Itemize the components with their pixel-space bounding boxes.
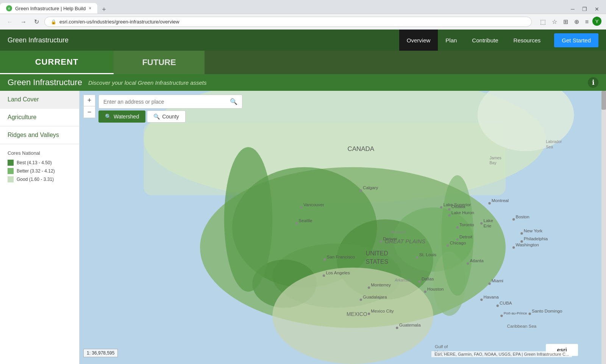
svg-text:Lake Superior: Lake Superior [443, 202, 471, 207]
county-label: County [162, 114, 179, 120]
legend-swatch-good [8, 176, 14, 182]
legend-label-good: Good (1.60 - 3.31) [17, 177, 54, 182]
url-text: esri.com/en-us/industries/green-infrastr… [59, 19, 179, 25]
svg-text:Arkansas: Arkansas [394, 278, 412, 282]
back-button[interactable]: ← [5, 17, 15, 27]
svg-text:Atlanta: Atlanta [470, 258, 484, 263]
close-window-button[interactable]: ✕ [591, 5, 603, 14]
svg-point-32 [512, 218, 515, 221]
tab-close-button[interactable]: × [89, 6, 91, 11]
nav-links: Overview Plan Contribute Resources Get S… [399, 30, 598, 51]
svg-point-79 [500, 314, 503, 317]
svg-point-22 [300, 206, 302, 208]
svg-text:St. Louis: St. Louis [419, 252, 437, 257]
svg-text:Philadelphia: Philadelphia [524, 236, 548, 241]
tab-current[interactable]: CURRENT [0, 51, 114, 74]
restore-button[interactable]: ❐ [578, 5, 591, 14]
svg-point-67 [323, 274, 325, 277]
gi-header: Green Infrastructure Discover your local… [0, 74, 606, 91]
nav-resources[interactable]: Resources [506, 30, 548, 51]
zoom-out-button[interactable]: − [84, 106, 95, 118]
svg-text:Boston: Boston [516, 214, 529, 219]
svg-text:New York: New York [524, 228, 542, 233]
tab-title: Green Infrastructure | Help Build [15, 6, 86, 11]
address-bar-row: ← → ↻ 🔒 esri.com/en-us/industries/green-… [0, 14, 606, 30]
search-input[interactable] [99, 96, 225, 108]
svg-point-65 [323, 258, 326, 261]
nav-overview[interactable]: Overview [399, 30, 438, 51]
bookmark-tool[interactable]: ☆ [550, 17, 559, 27]
svg-text:Monterrey: Monterrey [371, 282, 391, 287]
active-tab[interactable]: e Green Infrastructure | Help Build × [0, 3, 97, 14]
watershed-view-button[interactable]: 🔍 Watershed [98, 110, 145, 123]
svg-text:Houston: Houston [427, 286, 444, 291]
svg-point-26 [360, 189, 362, 191]
svg-text:Bay: Bay [490, 160, 497, 165]
svg-text:Seattle: Seattle [298, 218, 312, 223]
svg-text:Calgary: Calgary [363, 185, 378, 190]
sidebar: Land Cover Agriculture Ridges and Valley… [0, 91, 80, 364]
tab-future[interactable]: FUTURE [114, 51, 205, 74]
get-started-button[interactable]: Get Started [554, 33, 598, 47]
svg-text:Mexico City: Mexico City [371, 308, 394, 313]
svg-point-81 [529, 313, 531, 315]
svg-text:San Francisco: San Francisco [327, 254, 355, 259]
svg-text:CANADA: CANADA [347, 145, 374, 152]
legend-swatch-best [8, 160, 14, 166]
sidebar-item-land-cover[interactable]: Land Cover [0, 91, 79, 109]
svg-point-30 [488, 202, 490, 204]
svg-point-73 [368, 313, 370, 315]
screenshot-tool[interactable]: ⬚ [538, 17, 548, 27]
svg-text:Lake: Lake [484, 218, 493, 223]
gi-title: Green Infrastructure [8, 78, 82, 87]
map-area[interactable]: CANADA GREAT PLAINS UNITED STATES MEXICO… [80, 91, 606, 364]
svg-text:Montreal: Montreal [492, 198, 509, 203]
svg-text:UNITED: UNITED [366, 250, 388, 257]
svg-text:Denver: Denver [383, 236, 397, 241]
new-tab-button[interactable]: + [97, 6, 111, 14]
svg-point-28 [448, 208, 450, 210]
svg-point-40 [456, 226, 458, 229]
county-view-button[interactable]: 🔍 County [147, 110, 185, 123]
forward-button[interactable]: → [18, 17, 29, 27]
info-button[interactable]: ℹ [588, 77, 598, 88]
legend-item-best: Best (4.13 - 4.50) [8, 160, 72, 166]
legend-item-better: Better (3.32 - 4.12) [8, 168, 72, 174]
extension-tool3[interactable]: ≡ [583, 17, 591, 27]
watershed-icon: 🔍 [105, 114, 111, 120]
extension-tool1[interactable]: ⊞ [561, 17, 570, 27]
zoom-in-button[interactable]: + [84, 95, 95, 106]
nav-contribute[interactable]: Contribute [464, 30, 506, 51]
svg-text:Sea: Sea [546, 145, 553, 149]
search-button[interactable]: 🔍 [225, 95, 242, 108]
minimize-button[interactable]: ─ [567, 5, 578, 14]
address-bar[interactable]: 🔒 esri.com/en-us/industries/green-infras… [44, 17, 532, 27]
nav-plan[interactable]: Plan [438, 30, 464, 51]
svg-point-75 [480, 299, 483, 301]
county-icon: 🔍 [153, 114, 160, 120]
sidebar-item-ridges-valleys[interactable]: Ridges and Valleys [0, 126, 79, 144]
app-container: Green Infrastructure Overview Plan Contr… [0, 30, 606, 364]
lock-icon: 🔒 [51, 19, 56, 25]
gi-subtitle: Discover your local Green Infrastructure… [88, 79, 207, 86]
sidebar-item-agriculture[interactable]: Agriculture [0, 109, 79, 126]
extension-tool2[interactable]: ⊕ [572, 17, 581, 27]
svg-point-63 [488, 282, 490, 285]
main-content: Land Cover Agriculture Ridges and Valley… [0, 91, 606, 364]
svg-text:Port-au-Prince: Port-au-Prince [504, 311, 527, 315]
svg-point-55 [416, 256, 418, 258]
svg-point-69 [368, 286, 370, 289]
svg-text:Detroit: Detroit [459, 234, 473, 239]
svg-point-12 [224, 147, 272, 292]
map-scale: 1: 36,978,595 [83, 349, 118, 357]
svg-point-71 [360, 299, 362, 301]
reload-button[interactable]: ↻ [32, 17, 41, 27]
svg-text:Lake Huron: Lake Huron [451, 210, 474, 215]
svg-text:Havana: Havana [484, 294, 499, 299]
svg-point-57 [419, 280, 421, 283]
scrollbar-thumb[interactable] [601, 91, 606, 110]
svg-text:STATES: STATES [365, 258, 388, 265]
legend-label-best: Best (4.13 - 4.50) [17, 160, 52, 165]
view-toggle: 🔍 Watershed 🔍 County [98, 110, 186, 123]
profile-avatar[interactable]: Y [592, 17, 601, 26]
